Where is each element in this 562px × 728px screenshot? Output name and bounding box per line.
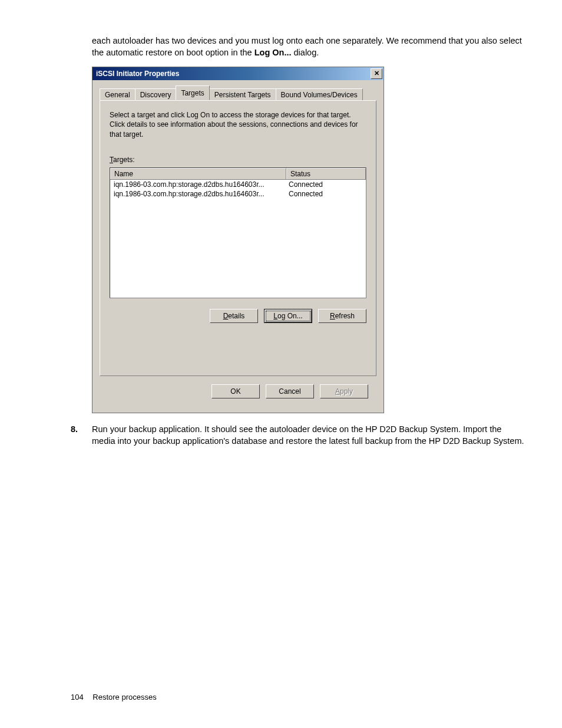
- dialog-footer-buttons: OK Cancel Apply: [100, 376, 376, 407]
- col-name[interactable]: Name: [110, 168, 286, 179]
- step-number: 8.: [71, 424, 92, 447]
- col-status[interactable]: Status: [286, 168, 366, 179]
- ok-button[interactable]: OK: [211, 384, 260, 398]
- tab-general[interactable]: General: [100, 88, 135, 101]
- intro-paragraph: each autoloader has two devices and you …: [92, 35, 527, 58]
- iscsi-dialog: iSCSI Initiator Properties ✕ General Dis…: [92, 67, 384, 413]
- tabstrip: General Discovery Targets Persistent Tar…: [100, 87, 376, 100]
- intro-bold: Log On...: [254, 48, 292, 57]
- step-text: Run your backup application. It should s…: [92, 424, 527, 447]
- close-icon[interactable]: ✕: [371, 68, 382, 79]
- refresh-button[interactable]: Refresh: [318, 309, 366, 323]
- step-8: 8. Run your backup application. It shoul…: [71, 424, 527, 447]
- instruction-text: Select a target and click Log On to acce…: [110, 110, 366, 139]
- titlebar: iSCSI Initiator Properties ✕: [92, 67, 384, 80]
- row-name: iqn.1986-03.com.hp:storage.d2dbs.hu16460…: [110, 180, 285, 189]
- page-footer: 104 Restore processes: [71, 693, 157, 701]
- section-title: Restore processes: [92, 693, 156, 701]
- list-item[interactable]: iqn.1986-03.com.hp:storage.d2dbs.hu16460…: [110, 180, 366, 189]
- tab-discovery[interactable]: Discovery: [135, 88, 177, 101]
- tab-targets[interactable]: Targets: [176, 85, 209, 100]
- targets-listview[interactable]: Name Status iqn.1986-03.com.hp:storage.d…: [110, 167, 366, 298]
- cancel-button[interactable]: Cancel: [266, 384, 314, 398]
- listview-header: Name Status: [110, 168, 366, 180]
- row-status: Connected: [285, 189, 366, 199]
- apply-button: Apply: [320, 384, 368, 398]
- tab-panel-targets: Select a target and click Log On to acce…: [100, 100, 376, 376]
- row-name: iqn.1986-03.com.hp:storage.d2dbs.hu16460…: [110, 189, 285, 199]
- page-number: 104: [71, 693, 84, 701]
- dialog-title: iSCSI Initiator Properties: [96, 70, 371, 78]
- targets-label: Targets:: [110, 156, 366, 164]
- action-button-row: Details Log On... Refresh: [110, 309, 366, 323]
- details-button[interactable]: Details: [210, 309, 258, 323]
- tab-persistent[interactable]: Persistent Targets: [209, 88, 276, 101]
- tab-bound[interactable]: Bound Volumes/Devices: [276, 88, 363, 101]
- list-item[interactable]: iqn.1986-03.com.hp:storage.d2dbs.hu16460…: [110, 189, 366, 199]
- logon-button[interactable]: Log On...: [264, 309, 312, 323]
- row-status: Connected: [285, 180, 366, 189]
- intro-text-b: dialog.: [292, 48, 319, 57]
